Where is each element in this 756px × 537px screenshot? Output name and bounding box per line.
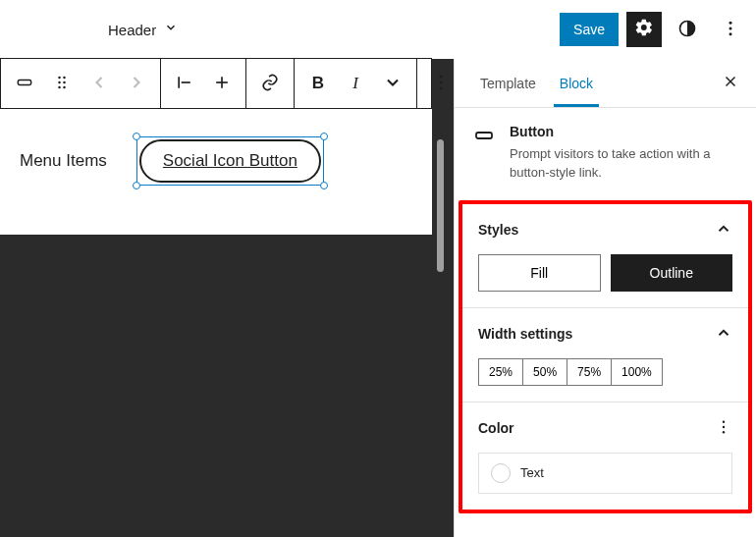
- color-options-button[interactable]: [715, 418, 732, 439]
- more-format-button[interactable]: [377, 68, 408, 99]
- style-outline-button[interactable]: Outline: [611, 254, 733, 292]
- more-vertical-icon: [431, 73, 451, 95]
- block-toolbar: B I: [0, 58, 432, 109]
- main: B I Menu Items Social Icon Button: [0, 59, 756, 537]
- styles-button[interactable]: [670, 12, 705, 47]
- link-icon: [260, 73, 280, 95]
- canvas-inner: B I Menu Items Social Icon Button: [0, 58, 432, 235]
- italic-icon: I: [352, 74, 358, 93]
- color-text-button[interactable]: Text: [478, 453, 732, 494]
- more-vertical-icon: [721, 19, 740, 41]
- button-block-icon: [472, 124, 496, 147]
- svg-rect-20: [476, 133, 492, 138]
- svg-point-23: [723, 431, 725, 433]
- width-50-button[interactable]: 50%: [522, 358, 567, 386]
- block-description: Prompt visitors to take action with a bu…: [510, 145, 738, 183]
- block-type-button[interactable]: [9, 68, 40, 99]
- svg-point-1: [729, 21, 732, 24]
- save-button[interactable]: Save: [560, 13, 619, 46]
- close-sidebar-button[interactable]: [719, 72, 742, 95]
- bold-icon: B: [312, 74, 324, 93]
- tab-block[interactable]: Block: [548, 59, 605, 107]
- settings-button[interactable]: [626, 12, 662, 47]
- doc-title: Header: [108, 22, 156, 38]
- width-75-button[interactable]: 75%: [567, 358, 611, 386]
- panel-title: Width settings: [478, 326, 572, 342]
- chevron-left-icon: [89, 73, 109, 95]
- selected-block[interactable]: Social Icon Button: [136, 136, 324, 186]
- svg-point-7: [58, 81, 61, 83]
- svg-point-8: [63, 81, 66, 83]
- svg-point-16: [440, 81, 443, 83]
- drag-icon: [52, 73, 72, 95]
- svg-rect-4: [18, 80, 30, 84]
- scrollbar-vertical[interactable]: [437, 139, 444, 272]
- resize-handle[interactable]: [133, 182, 140, 189]
- button-block-icon: [15, 73, 34, 95]
- move-down-button[interactable]: [121, 68, 152, 99]
- svg-point-10: [63, 85, 66, 88]
- style-fill-button[interactable]: Fill: [478, 254, 601, 292]
- chevron-down-icon: [164, 21, 178, 38]
- svg-point-5: [58, 76, 61, 79]
- close-icon: [722, 73, 739, 93]
- canvas-content[interactable]: Menu Items Social Icon Button: [0, 109, 432, 235]
- color-label: Text: [520, 465, 544, 480]
- drag-handle[interactable]: [46, 68, 78, 99]
- resize-handle[interactable]: [320, 133, 328, 140]
- gear-icon: [634, 18, 654, 41]
- topbar-actions: Save: [560, 12, 748, 47]
- panel-title: Styles: [478, 222, 518, 238]
- topbar: Header Save: [0, 0, 756, 59]
- more-button[interactable]: [713, 12, 748, 47]
- svg-point-3: [729, 32, 732, 35]
- svg-point-21: [723, 420, 725, 422]
- align-left-icon: [175, 73, 194, 95]
- color-swatch: [491, 463, 511, 483]
- width-100-button[interactable]: 100%: [611, 358, 663, 386]
- resize-handle[interactable]: [320, 182, 328, 189]
- width-25-button[interactable]: 25%: [478, 358, 522, 386]
- chevron-up-icon: [715, 324, 732, 345]
- sidebar: Template Block Button Prompt visitors to…: [454, 59, 756, 537]
- canvas: B I Menu Items Social Icon Button: [0, 59, 454, 537]
- panel-toggle[interactable]: [715, 220, 732, 241]
- more-vertical-icon: [715, 418, 732, 439]
- svg-point-15: [440, 75, 443, 78]
- doc-chooser[interactable]: Header: [108, 21, 178, 38]
- panel-title: Color: [478, 420, 514, 436]
- link-button[interactable]: [254, 68, 286, 99]
- chevron-right-icon: [127, 73, 146, 95]
- block-more-button[interactable]: [425, 68, 457, 99]
- svg-point-2: [729, 27, 732, 29]
- panel-toggle[interactable]: [715, 324, 732, 345]
- menu-items-text[interactable]: Menu Items: [20, 151, 107, 171]
- block-title: Button: [510, 124, 738, 139]
- svg-point-17: [440, 86, 443, 89]
- panel-width: Width settings 25% 50% 75% 100%: [462, 308, 748, 403]
- panel-styles: Styles Fill Outline: [462, 204, 748, 308]
- svg-point-22: [723, 425, 725, 427]
- align-center-button[interactable]: [206, 68, 238, 99]
- settings-panels: Styles Fill Outline Width settings 25% 5…: [459, 200, 752, 513]
- block-info: Button Prompt visitors to take action wi…: [455, 108, 756, 198]
- sidebar-tabs: Template Block: [455, 59, 756, 108]
- italic-button[interactable]: I: [340, 68, 371, 99]
- button-block[interactable]: Social Icon Button: [139, 139, 321, 183]
- bold-button[interactable]: B: [302, 68, 334, 99]
- contrast-icon: [677, 19, 697, 41]
- tab-template[interactable]: Template: [468, 59, 548, 107]
- move-up-button[interactable]: [83, 68, 115, 99]
- panel-color: Color Text: [462, 403, 748, 510]
- svg-point-9: [58, 85, 61, 88]
- chevron-up-icon: [715, 220, 732, 241]
- svg-point-6: [63, 76, 66, 79]
- resize-handle[interactable]: [133, 133, 140, 140]
- align-left-button[interactable]: [169, 68, 200, 99]
- align-center-icon: [212, 73, 232, 95]
- chevron-down-icon: [383, 73, 403, 95]
